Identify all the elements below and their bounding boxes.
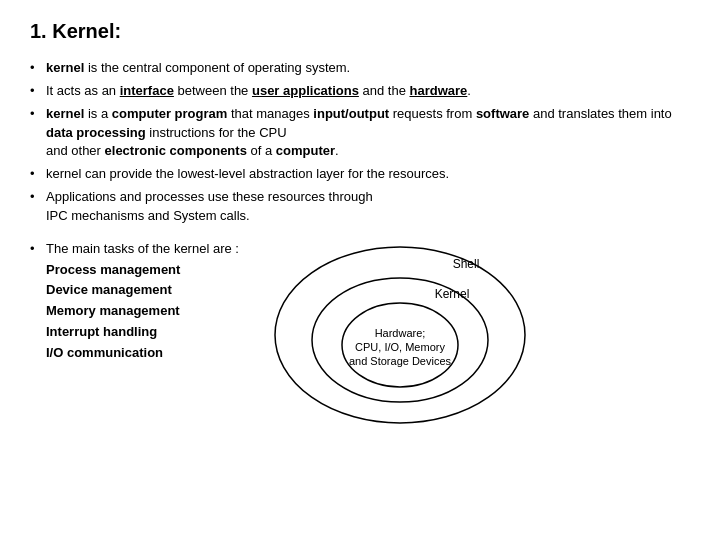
bullet-dot-1: • <box>30 59 46 78</box>
bullet-section: • kernel is the central component of ope… <box>30 59 690 226</box>
task-process: Process management <box>30 261 250 280</box>
bullet-item-1: • kernel is the central component of ope… <box>30 59 690 78</box>
bottom-bullet-dot: • <box>30 240 46 259</box>
task-list: • The main tasks of the kernel are : Pro… <box>30 240 250 365</box>
bullet-item-4: • kernel can provide the lowest-level ab… <box>30 165 690 184</box>
task-interrupt: Interrupt handling <box>30 323 250 342</box>
hardware-label-1: Hardware; <box>375 327 426 339</box>
bullet-text-1: kernel is the central component of opera… <box>46 59 690 78</box>
bullet-item-3: • kernel is a computer program that mana… <box>30 105 690 162</box>
task-device: Device management <box>30 281 250 300</box>
task-memory: Memory management <box>30 302 250 321</box>
hardware-label-2: CPU, I/O, Memory <box>355 341 445 353</box>
bullet-item-5: • Applications and processes use these r… <box>30 188 690 226</box>
bullet-dot-5: • <box>30 188 46 207</box>
bottom-section: • The main tasks of the kernel are : Pro… <box>30 240 690 430</box>
bullet-item-2: • It acts as an interface between the us… <box>30 82 690 101</box>
bullet-dot-2: • <box>30 82 46 101</box>
task-io: I/O communication <box>30 344 250 363</box>
shell-label: Shell <box>453 257 480 271</box>
kernel-label: Kernel <box>435 287 470 301</box>
bullet-text-5: Applications and processes use these res… <box>46 188 690 226</box>
bullet-dot-4: • <box>30 165 46 184</box>
bullet-text-3: kernel is a computer program that manage… <box>46 105 690 162</box>
bottom-bullet-intro: The main tasks of the kernel are : <box>46 240 250 259</box>
page-title: 1. Kernel: <box>30 20 690 43</box>
bullet-text-2: It acts as an interface between the user… <box>46 82 690 101</box>
bullet-text-4: kernel can provide the lowest-level abst… <box>46 165 690 184</box>
bottom-bullet-item: • The main tasks of the kernel are : <box>30 240 250 259</box>
bullet-dot-3: • <box>30 105 46 124</box>
kernel-diagram: Shell Kernel Hardware; CPU, I/O, Memory … <box>270 230 530 430</box>
hardware-label-3: and Storage Devices <box>349 355 452 367</box>
